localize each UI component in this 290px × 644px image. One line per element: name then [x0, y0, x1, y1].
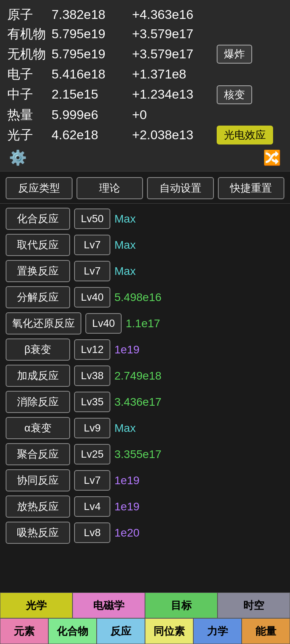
stat-delta-0: +4.363e16	[132, 6, 213, 23]
theory-btn[interactable]: 理论	[77, 177, 143, 199]
reaction-row-1: 取代反应Lv7Max	[6, 234, 284, 256]
reaction-lv-btn-4[interactable]: Lv40	[85, 313, 122, 334]
reaction-name-btn-9[interactable]: 聚合反应	[6, 443, 70, 465]
reaction-lv-btn-6[interactable]: Lv38	[74, 365, 110, 386]
bottom-nav-row1-btn-3[interactable]: 时空	[218, 592, 290, 618]
reaction-lv-btn-7[interactable]: Lv35	[74, 392, 110, 412]
bottom-nav-row1-btn-2[interactable]: 目标	[145, 592, 218, 618]
reaction-name-btn-7[interactable]: 消除反应	[6, 391, 70, 413]
reaction-value-1: Max	[114, 239, 136, 252]
auto-set-btn[interactable]: 自动设置	[147, 177, 214, 199]
stat-label-3: 电子	[7, 66, 52, 83]
reaction-value-4: 1.1e17	[126, 317, 160, 330]
reaction-row-10: 协同反应Lv71e19	[6, 469, 284, 491]
shuffle-icon[interactable]: 🔀	[263, 149, 281, 166]
reaction-lv-btn-1[interactable]: Lv7	[74, 235, 110, 255]
bottom-nav-row2-btn-3[interactable]: 同位素	[145, 618, 193, 644]
stat-label-4: 中子	[7, 86, 52, 103]
bottom-row-1: 光学电磁学目标时空	[0, 592, 290, 618]
reaction-value-10: 1e19	[114, 474, 139, 487]
stat-value-6: 4.62e18	[52, 127, 132, 144]
stat-label-5: 热量	[7, 107, 52, 124]
stat-label-0: 原子	[7, 6, 52, 23]
reaction-name-btn-0[interactable]: 化合反应	[6, 208, 70, 230]
reaction-lv-btn-9[interactable]: Lv25	[74, 444, 110, 464]
stat-row-6: 光子4.62e18+2.038e13光电效应	[7, 126, 283, 144]
stat-row-4: 中子2.15e15+1.234e13核变	[7, 85, 283, 104]
stats-section: 原子7.382e18+4.363e16有机物5.795e19+3.579e17无…	[0, 0, 290, 171]
reaction-name-btn-2[interactable]: 置换反应	[6, 260, 70, 282]
bottom-nav: 光学电磁学目标时空 元素化合物反应同位素力学能量	[0, 592, 290, 644]
stat-delta-6: +2.038e13	[132, 127, 213, 144]
bottom-nav-row2-btn-0[interactable]: 元素	[0, 618, 48, 644]
stat-row-1: 有机物5.795e19+3.579e17	[7, 26, 283, 43]
reaction-lv-btn-11[interactable]: Lv4	[74, 496, 110, 517]
reaction-value-2: Max	[114, 265, 136, 278]
bottom-nav-row1-btn-1[interactable]: 电磁学	[72, 592, 145, 618]
reaction-row-8: α衰变Lv9Max	[6, 417, 284, 439]
bottom-nav-row2-btn-2[interactable]: 反应	[97, 618, 145, 644]
stat-value-5: 5.999e6	[52, 107, 132, 124]
reaction-row-5: β衰变Lv121e19	[6, 339, 284, 361]
reaction-value-11: 1e19	[114, 500, 139, 513]
reaction-lv-btn-10[interactable]: Lv7	[74, 470, 110, 491]
stat-value-0: 7.382e18	[52, 6, 132, 23]
bottom-nav-row2-btn-1[interactable]: 化合物	[48, 618, 97, 644]
reaction-lv-btn-12[interactable]: Lv8	[74, 522, 110, 543]
reaction-row-4: 氧化还原反应Lv401.1e17	[6, 312, 284, 334]
reaction-row-9: 聚合反应Lv253.355e17	[6, 443, 284, 465]
reaction-name-btn-3[interactable]: 分解反应	[6, 286, 70, 308]
reaction-value-8: Max	[114, 422, 136, 435]
reaction-row-7: 消除反应Lv353.436e17	[6, 391, 284, 413]
stat-value-4: 2.15e15	[52, 86, 132, 103]
toolbar: 反应类型 理论 自动设置 快捷重置	[0, 171, 290, 204]
stat-delta-5: +0	[132, 107, 213, 124]
reaction-name-btn-4[interactable]: 氧化还原反应	[6, 312, 81, 334]
bottom-nav-row1-btn-0[interactable]: 光学	[0, 592, 72, 618]
reaction-value-12: 1e20	[114, 526, 139, 539]
stat-delta-3: +1.371e8	[132, 66, 213, 83]
stat-delta-4: +1.234e13	[132, 86, 213, 103]
stat-label-6: 光子	[7, 127, 52, 144]
reaction-name-btn-12[interactable]: 吸热反应	[6, 522, 70, 544]
reaction-row-0: 化合反应Lv50Max	[6, 208, 284, 230]
stat-delta-2: +3.579e17	[132, 46, 213, 63]
reaction-name-btn-1[interactable]: 取代反应	[6, 234, 70, 256]
reaction-value-3: 5.498e16	[114, 291, 162, 304]
reaction-value-6: 2.749e18	[114, 369, 162, 382]
reaction-value-5: 1e19	[114, 343, 139, 356]
stat-row-3: 电子5.416e18+1.371e8	[7, 66, 283, 83]
stat-action-btn-6[interactable]: 光电效应	[217, 126, 273, 144]
gear-icon[interactable]: ⚙️	[9, 149, 27, 166]
reaction-lv-btn-2[interactable]: Lv7	[74, 261, 110, 281]
stat-label-2: 无机物	[7, 46, 52, 63]
stat-row-0: 原子7.382e18+4.363e16	[7, 6, 283, 23]
stat-value-2: 5.795e19	[52, 46, 132, 63]
reaction-value-7: 3.436e17	[114, 396, 162, 409]
reaction-name-btn-10[interactable]: 协同反应	[6, 469, 70, 491]
reaction-lv-btn-0[interactable]: Lv50	[74, 208, 110, 229]
reaction-row-6: 加成反应Lv382.749e18	[6, 365, 284, 387]
reaction-lv-btn-8[interactable]: Lv9	[74, 418, 110, 438]
stat-action-btn-2[interactable]: 爆炸	[217, 45, 252, 64]
stat-value-3: 5.416e18	[52, 66, 132, 83]
stat-delta-1: +3.579e17	[132, 26, 213, 43]
reaction-name-btn-6[interactable]: 加成反应	[6, 365, 70, 387]
bottom-nav-row2-btn-5[interactable]: 能量	[242, 618, 290, 644]
reaction-name-btn-11[interactable]: 放热反应	[6, 495, 70, 518]
stat-action-btn-4[interactable]: 核变	[217, 85, 252, 104]
reaction-row-11: 放热反应Lv41e19	[6, 495, 284, 518]
reaction-type-btn[interactable]: 反应类型	[6, 177, 72, 199]
reaction-list: 化合反应Lv50Max取代反应Lv7Max置换反应Lv7Max分解反应Lv405…	[0, 204, 290, 552]
bottom-nav-row2-btn-4[interactable]: 力学	[193, 618, 242, 644]
reaction-name-btn-5[interactable]: β衰变	[6, 339, 70, 361]
stat-row-2: 无机物5.795e19+3.579e17爆炸	[7, 45, 283, 64]
reaction-lv-btn-5[interactable]: Lv12	[74, 339, 110, 360]
reaction-lv-btn-3[interactable]: Lv40	[74, 287, 110, 308]
reaction-name-btn-8[interactable]: α衰变	[6, 417, 70, 439]
reaction-row-3: 分解反应Lv405.498e16	[6, 286, 284, 308]
quick-reset-btn[interactable]: 快捷重置	[218, 177, 285, 199]
bottom-row-2: 元素化合物反应同位素力学能量	[0, 618, 290, 644]
reaction-row-12: 吸热反应Lv81e20	[6, 522, 284, 544]
stat-row-5: 热量5.999e6+0	[7, 107, 283, 124]
